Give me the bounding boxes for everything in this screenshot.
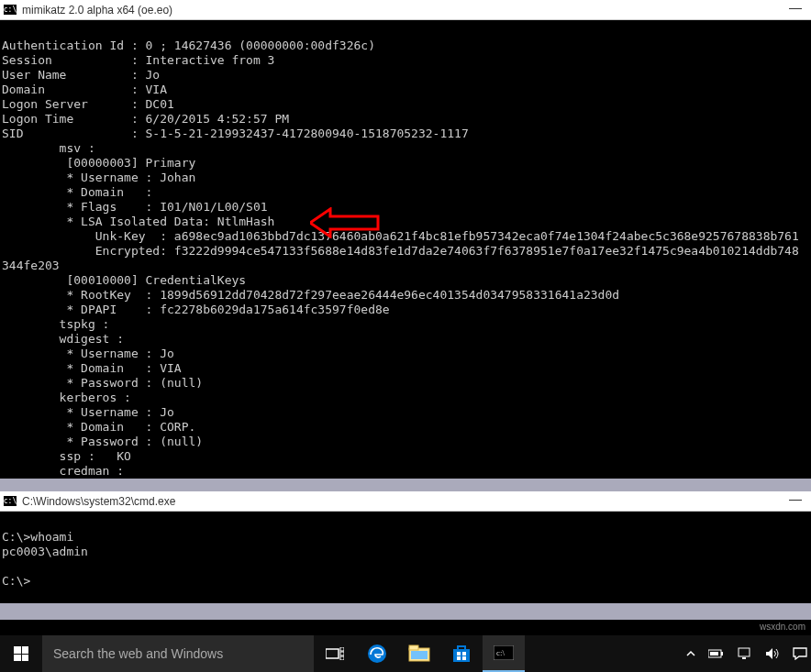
cmd-icon: c:\ — [4, 5, 17, 15]
svg-rect-9 — [453, 649, 470, 662]
svg-rect-2 — [340, 647, 344, 651]
svg-rect-18 — [710, 652, 718, 655]
window2-title: C:\Windows\system32\cmd.exe — [22, 495, 175, 508]
search-input[interactable]: Search the web and Windows — [42, 635, 314, 672]
folder-icon — [408, 644, 430, 663]
svg-rect-12 — [457, 656, 461, 660]
svg-marker-21 — [766, 648, 772, 659]
svg-rect-20 — [742, 657, 746, 659]
store-button[interactable] — [440, 635, 483, 672]
svg-rect-4 — [340, 656, 344, 660]
annotation-arrow-icon — [310, 207, 382, 238]
svg-rect-7 — [409, 645, 418, 650]
cmd-taskbar-icon: c:\ — [494, 645, 514, 660]
start-button[interactable] — [0, 635, 42, 672]
store-icon — [451, 644, 472, 664]
svg-rect-11 — [462, 652, 466, 655]
windows-logo-icon — [14, 646, 28, 661]
system-tray — [686, 635, 811, 672]
svg-rect-19 — [739, 648, 750, 656]
svg-rect-10 — [457, 652, 461, 655]
window1-title: mimikatz 2.0 alpha x64 (oe.eo) — [22, 4, 172, 17]
window2-titlebar[interactable]: c:\ C:\Windows\system32\cmd.exe — [0, 491, 811, 512]
svg-marker-0 — [310, 209, 378, 237]
volume-icon[interactable] — [765, 647, 780, 660]
file-explorer-button[interactable] — [398, 635, 440, 672]
minimize-icon[interactable] — [789, 499, 802, 501]
desktop-gap — [0, 479, 811, 491]
minimize-icon[interactable] — [789, 7, 802, 9]
svg-rect-3 — [340, 652, 344, 655]
svg-rect-8 — [411, 651, 428, 659]
battery-icon[interactable] — [708, 649, 725, 658]
action-center-icon[interactable] — [793, 647, 807, 660]
window1-titlebar[interactable]: c:\ mimikatz 2.0 alpha x64 (oe.eo) — [0, 0, 811, 20]
task-view-button[interactable] — [314, 635, 356, 672]
window1-terminal[interactable]: Authentication Id : 0 ; 14627436 (000000… — [0, 20, 811, 479]
tray-overflow-icon[interactable] — [686, 649, 695, 658]
svg-rect-17 — [721, 652, 723, 655]
desktop-gap — [0, 603, 811, 620]
search-placeholder: Search the web and Windows — [53, 646, 223, 661]
network-icon[interactable] — [738, 647, 752, 660]
watermark: wsxdn.com — [760, 622, 805, 632]
task-view-icon — [326, 647, 344, 660]
edge-icon — [366, 643, 388, 665]
window2-terminal[interactable]: C:\>whoami pc0003\admin C:\> — [0, 512, 811, 603]
edge-button[interactable] — [356, 635, 398, 672]
svg-rect-13 — [462, 656, 466, 660]
cmd-taskbar-button[interactable]: c:\ — [483, 635, 525, 672]
taskbar: Search the web and Windows — [0, 635, 811, 672]
svg-text:c:\: c:\ — [496, 648, 505, 657]
cmd-icon: c:\ — [4, 496, 17, 506]
svg-rect-1 — [326, 649, 339, 658]
